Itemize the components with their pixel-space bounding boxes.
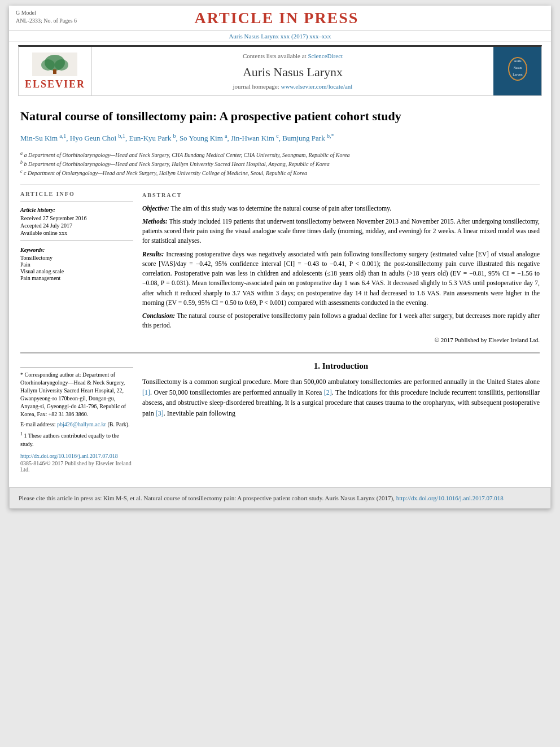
main-divider — [20, 185, 540, 185]
journal-header-wrapper: ELSEVIER Contents lists available at Sci… — [9, 42, 551, 99]
contents-line: Contents lists available at ScienceDirec… — [243, 53, 343, 59]
introduction-para1: Tonsillectomy is a common surgical proce… — [142, 377, 540, 418]
main-content: Natural course of tonsillectomy pain: A … — [9, 99, 551, 482]
citation-bar: Please cite this article in press as: Ki… — [9, 487, 551, 509]
journal-header: ELSEVIER Contents lists available at Sci… — [18, 45, 542, 96]
received-date: Received 27 September 2016 — [20, 215, 133, 221]
introduction-heading: 1. Introduction — [142, 361, 540, 371]
keyword-2: Pain — [20, 261, 133, 268]
introduction-title: Introduction — [322, 361, 368, 370]
available-online: Available online xxx — [20, 230, 133, 236]
g-model-info: G Model ANL-2333; No. of Pages 6 — [16, 9, 77, 25]
conclusion-label: Conclusion: — [142, 312, 175, 319]
article-press-header: G Model ANL-2333; No. of Pages 6 ARTICLE… — [9, 6, 551, 31]
svg-point-2 — [41, 59, 55, 71]
journal-right-logo-icon: Auris Nasus Larynx — [501, 53, 535, 87]
results-text: Increasing postoperative days was negati… — [142, 251, 540, 306]
svg-point-3 — [55, 59, 68, 71]
objective-text: The aim of this study was to determine t… — [171, 205, 391, 212]
article-history-label: Article history: — [20, 207, 133, 213]
footnote-section: * Corresponding author at: Department of… — [20, 367, 133, 448]
citation-text: Please cite this article in press as: Ki… — [19, 495, 395, 501]
article-in-press-banner: ARTICLE IN PRESS — [77, 9, 476, 27]
left-divider-top — [20, 202, 133, 202]
journal-logo-text: Auris Nasus Larynx — [498, 51, 537, 91]
keywords-label: Keywords: — [20, 247, 133, 253]
equal-contrib-footnote: 1 1 These authors contributed equally to… — [20, 431, 133, 448]
svg-text:Auris: Auris — [514, 59, 522, 63]
abstract-header: ABSTRACT — [142, 191, 540, 199]
keyword-4: Pain management — [20, 275, 133, 281]
svg-text:Nasus: Nasus — [513, 66, 522, 69]
ref1: [1] — [142, 388, 150, 396]
email-footnote: E-mail address: pbj426@hallym.ac.kr (B. … — [20, 421, 133, 429]
conclusion-text: The natural course of postoperative tons… — [142, 312, 540, 329]
objective-label: Objective: — [142, 205, 169, 212]
elsevier-name: ELSEVIER — [25, 78, 85, 90]
journal-title: Auris Nasus Larynx — [243, 65, 343, 80]
methods-label: Methods: — [142, 218, 168, 225]
copyright-line: © 2017 Published by Elsevier Ireland Ltd… — [142, 335, 540, 345]
accepted-date: Accepted 24 July 2017 — [20, 222, 133, 229]
authors-line: Min-Su Kim a,1, Hyo Geun Choi b,1, Eun-K… — [20, 132, 540, 145]
citation-doi-link[interactable]: http://dx.doi.org/10.1016/j.anl.2017.07.… — [396, 495, 504, 501]
elsevier-tree-icon — [32, 53, 77, 76]
article-title: Natural course of tonsillectomy pain: A … — [20, 108, 540, 125]
page-container: G Model ANL-2333; No. of Pages 6 ARTICLE… — [9, 6, 551, 509]
svg-text:Larynx: Larynx — [513, 73, 522, 76]
keyword-1: Tonsillectomy — [20, 255, 133, 261]
journal-center-info: Contents lists available at ScienceDirec… — [92, 47, 493, 95]
introduction-section: * Corresponding author at: Department of… — [20, 361, 540, 472]
email-link[interactable]: pbj426@hallym.ac.kr — [57, 421, 106, 427]
section-divider — [20, 352, 540, 353]
two-column-section: ARTICLE INFO Article history: Received 2… — [20, 191, 540, 345]
left-divider-mid — [20, 241, 133, 241]
doi-link-line: http://dx.doi.org/10.1016/j.anl.2017.07.… — [20, 453, 133, 459]
abstract-methods: Methods: This study included 119 patient… — [142, 217, 540, 246]
footnotes-column: * Corresponding author at: Department of… — [20, 361, 133, 472]
article-info-column: ARTICLE INFO Article history: Received 2… — [20, 191, 133, 345]
abstract-column: ABSTRACT Objective: The aim of this stud… — [142, 191, 540, 345]
abstract-conclusion: Conclusion: The natural course of postop… — [142, 311, 540, 331]
journal-homepage: journal homepage: www.elsevier.com/locat… — [233, 83, 353, 90]
keyword-3: Visual analog scale — [20, 268, 133, 274]
keywords-section: Keywords: Tonsillectomy Pain Visual anal… — [20, 247, 133, 281]
abstract-objective: Objective: The aim of this study was to … — [142, 204, 540, 213]
journal-ref-line: Auris Nasus Larynx xxx (2017) xxx–xxx — [229, 33, 331, 40]
journal-logo-right: Auris Nasus Larynx — [493, 47, 541, 95]
article-info-header: ARTICLE INFO — [20, 191, 133, 197]
corresponding-footnote: * Corresponding author at: Department of… — [20, 371, 133, 418]
homepage-link[interactable]: www.elsevier.com/locate/anl — [281, 83, 352, 90]
doi-link[interactable]: http://dx.doi.org/10.1016/j.anl.2017.07.… — [20, 453, 118, 459]
elsevier-box: ELSEVIER — [25, 53, 85, 90]
doi-copyright: 0385-8146/© 2017 Published by Elsevier I… — [20, 460, 133, 473]
ref3: [3] — [156, 409, 164, 417]
ref2: [2] — [324, 388, 332, 396]
methods-text: This study included 119 patients that un… — [142, 218, 540, 244]
introduction-text-column: 1. Introduction Tonsillectomy is a commo… — [142, 361, 540, 472]
sciencedirect-link[interactable]: ScienceDirect — [308, 53, 343, 59]
svg-rect-4 — [53, 69, 56, 74]
elsevier-logo-section: ELSEVIER — [19, 47, 92, 95]
results-label: Results: — [142, 251, 164, 257]
affiliations: a a Department of Otorhinolaryngology—He… — [20, 150, 540, 178]
abstract-results: Results: Increasing postoperative days w… — [142, 250, 540, 308]
